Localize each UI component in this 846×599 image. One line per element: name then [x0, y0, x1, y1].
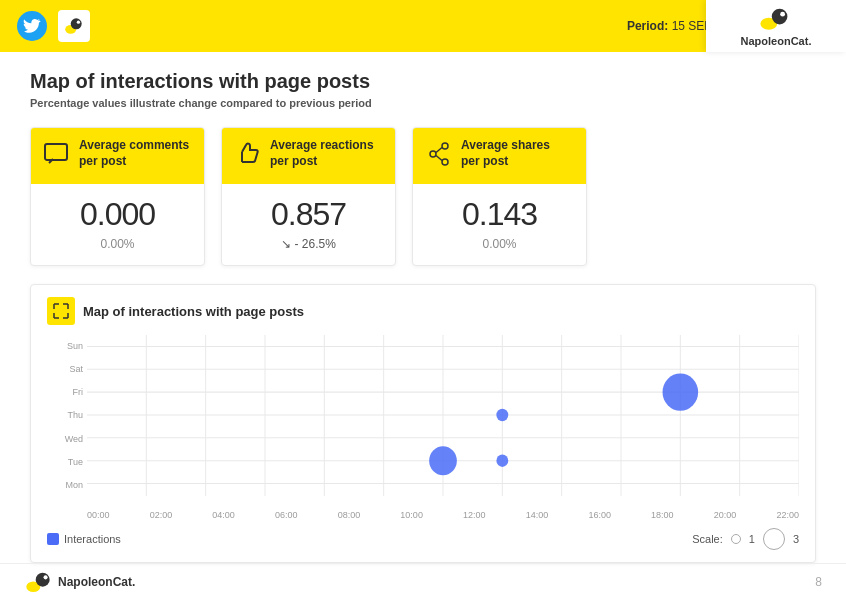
svg-point-5 [772, 9, 788, 25]
x-label-0800: 08:00 [338, 510, 361, 520]
svg-line-11 [436, 148, 442, 153]
napoleoncat-logo-icon [758, 5, 794, 33]
x-label-1800: 18:00 [651, 510, 674, 520]
subtitle-period: previous period [289, 97, 372, 109]
legend-label-interactions: Interactions [64, 533, 121, 545]
x-label-0400: 04:00 [212, 510, 235, 520]
metric-comments-value: 0.000 [43, 196, 192, 233]
svg-point-2 [71, 18, 82, 29]
scale-circle-small [731, 534, 741, 544]
y-label-wed: Wed [47, 434, 87, 444]
page-subtitle: Percentage values illustrate change comp… [30, 97, 816, 109]
svg-point-8 [442, 143, 448, 149]
svg-rect-7 [45, 144, 67, 160]
subtitle-connector: compared to [220, 97, 286, 109]
header-left [16, 10, 90, 42]
metric-card-reactions-header: Average reactionsper post [222, 128, 395, 184]
x-label-1400: 14:00 [526, 510, 549, 520]
bubble-tue-1200 [429, 446, 457, 475]
y-label-fri: Fri [47, 387, 87, 397]
x-label-2000: 20:00 [714, 510, 737, 520]
y-label-mon: Mon [47, 480, 87, 490]
metric-shares-body: 0.143 0.00% [413, 184, 586, 265]
metric-card-comments-header: Average commentsper post [31, 128, 204, 184]
footer-page-number: 8 [815, 575, 822, 589]
bubble-fri-2000 [663, 373, 699, 410]
svg-point-10 [430, 151, 436, 157]
expand-icon[interactable] [47, 297, 75, 325]
share-icon [425, 140, 453, 168]
chart-y-labels: Sun Sat Fri Thu Wed Tue Mon [47, 335, 87, 496]
svg-point-3 [77, 21, 80, 24]
scale-3-label: 3 [793, 533, 799, 545]
footer-logo-icon [24, 571, 52, 593]
metric-comments-body: 0.000 0.00% [31, 184, 204, 265]
metric-card-shares: Average sharesper post 0.143 0.00% [412, 127, 587, 266]
metric-card-reactions: Average reactionsper post 0.857 ↘ - 26.5… [221, 127, 396, 266]
x-label-0000: 00:00 [87, 510, 110, 520]
footer-brand-name: NapoleonCat. [58, 575, 135, 589]
metric-reactions-change: ↘ - 26.5% [234, 237, 383, 251]
legend-box-interactions [47, 533, 59, 545]
metric-card-shares-header: Average sharesper post [413, 128, 586, 184]
y-label-sun: Sun [47, 341, 87, 351]
svg-line-12 [436, 156, 442, 161]
scale-1-label: 1 [749, 533, 755, 545]
twitter-icon [16, 10, 48, 42]
main-content: Map of interactions with page posts Perc… [0, 52, 846, 573]
metric-shares-change: 0.00% [425, 237, 574, 251]
metric-reactions-body: 0.857 ↘ - 26.5% [222, 184, 395, 265]
comment-icon [43, 140, 71, 168]
x-label-1000: 10:00 [400, 510, 423, 520]
metric-reactions-value: 0.857 [234, 196, 383, 233]
page-title: Map of interactions with page posts [30, 70, 816, 93]
chart-header: Map of interactions with page posts [47, 297, 799, 325]
y-label-sat: Sat [47, 364, 87, 374]
header: Period: 15 SEP. 2020 – 21 SEP. 2020 Napo… [0, 0, 846, 52]
metrics-row: Average commentsper post 0.000 0.00% Ave… [30, 127, 816, 266]
metric-shares-value: 0.143 [425, 196, 574, 233]
header-brand: NapoleonCat. [706, 0, 846, 52]
svg-point-33 [36, 572, 50, 586]
x-label-0200: 02:00 [150, 510, 173, 520]
metric-shares-label: Average sharesper post [461, 138, 550, 169]
footer-brand: NapoleonCat. [24, 571, 135, 593]
chart-legend: Interactions Scale: 1 3 [47, 528, 799, 550]
x-label-1600: 16:00 [588, 510, 611, 520]
chart-section: Map of interactions with page posts Sun … [30, 284, 816, 563]
period-label: Period: [627, 19, 668, 33]
metric-comments-label: Average commentsper post [79, 138, 189, 169]
scale-area: Scale: 1 3 [692, 528, 799, 550]
footer: NapoleonCat. 8 [0, 563, 846, 599]
y-label-thu: Thu [47, 410, 87, 420]
x-label-1200: 12:00 [463, 510, 486, 520]
scale-label: Scale: [692, 533, 723, 545]
chart-svg [87, 335, 799, 496]
legend-interactions: Interactions [47, 533, 121, 545]
svg-point-34 [44, 575, 48, 579]
x-label-0600: 06:00 [275, 510, 298, 520]
bubble-thu-1400 [496, 409, 508, 421]
subtitle-text: Percentage values illustrate [30, 97, 176, 109]
svg-point-9 [442, 159, 448, 165]
like-icon [234, 140, 262, 168]
y-label-tue: Tue [47, 457, 87, 467]
chart-title: Map of interactions with page posts [83, 304, 304, 319]
x-label-2200: 22:00 [776, 510, 799, 520]
svg-point-6 [780, 12, 785, 17]
metric-card-comments: Average commentsper post 0.000 0.00% [30, 127, 205, 266]
chart-x-labels: 00:00 02:00 04:00 06:00 08:00 10:00 12:0… [87, 510, 799, 520]
chart-area: Sun Sat Fri Thu Wed Tue Mon [47, 335, 799, 520]
bubble-tue-1400 [496, 454, 508, 466]
header-brand-name: NapoleonCat. [741, 35, 812, 47]
scale-circle-large [763, 528, 785, 550]
metric-reactions-label: Average reactionsper post [270, 138, 374, 169]
header-brand-small-icon [58, 10, 90, 42]
metric-comments-change: 0.00% [43, 237, 192, 251]
subtitle-change: change [179, 97, 218, 109]
